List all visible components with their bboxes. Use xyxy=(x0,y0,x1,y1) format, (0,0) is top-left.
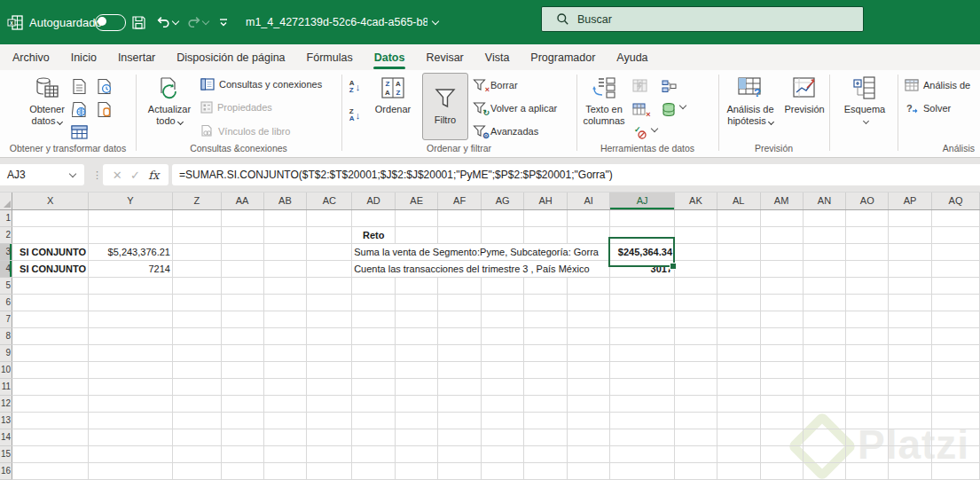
row-header-8[interactable]: 8 xyxy=(0,327,12,344)
cell-AG16[interactable] xyxy=(482,462,524,479)
tab-revisar[interactable]: Revisar xyxy=(415,44,474,70)
cell-AE13[interactable] xyxy=(396,412,438,429)
cell-AE6[interactable] xyxy=(396,294,438,311)
recent-sources-button[interactable] xyxy=(94,76,114,96)
cell-AF6[interactable] xyxy=(438,294,482,311)
cell-AM1[interactable] xyxy=(760,209,803,226)
cell-Z3[interactable] xyxy=(172,243,221,260)
cell-AJ9[interactable] xyxy=(610,344,675,361)
from-database-button[interactable] xyxy=(94,99,114,119)
cell-X1[interactable] xyxy=(12,209,89,226)
col-header-AL[interactable]: AL xyxy=(717,193,760,209)
cell-AN7[interactable] xyxy=(803,311,846,327)
cell-AQ4[interactable] xyxy=(932,260,980,277)
row-header-7[interactable]: 7 xyxy=(0,311,12,327)
cancel-icon[interactable]: ✕ xyxy=(113,169,122,182)
cell-AQ8[interactable] xyxy=(932,327,980,344)
cell-AQ2[interactable] xyxy=(932,226,980,243)
cell-AJ3[interactable]: $245,364.34 xyxy=(610,243,675,260)
cell-AE15[interactable] xyxy=(396,445,438,462)
cell-AK8[interactable] xyxy=(675,327,717,344)
sort-az-button[interactable]: AZ↓ xyxy=(345,77,365,97)
cell-AA9[interactable] xyxy=(221,344,263,361)
cell-AA1[interactable] xyxy=(221,209,263,226)
cell-AQ15[interactable] xyxy=(932,445,980,462)
cell-X5[interactable] xyxy=(12,277,89,294)
cell-AH5[interactable] xyxy=(524,277,568,294)
cell-AD16[interactable] xyxy=(352,462,396,479)
cell-AB15[interactable] xyxy=(263,445,307,462)
cell-AK7[interactable] xyxy=(675,311,717,327)
cell-AD10[interactable] xyxy=(352,361,396,378)
cell-AA10[interactable] xyxy=(221,361,263,378)
cell-AB3[interactable] xyxy=(263,243,307,260)
cell-AJ14[interactable] xyxy=(610,429,675,445)
cell-AD6[interactable] xyxy=(352,294,396,311)
col-header-AF[interactable]: AF xyxy=(438,193,482,209)
row-header-15[interactable]: 15 xyxy=(0,445,12,462)
cell-AM10[interactable] xyxy=(760,361,803,378)
cell-AD7[interactable] xyxy=(352,311,396,327)
cell-AN2[interactable] xyxy=(803,226,846,243)
cell-AO3[interactable] xyxy=(846,243,889,260)
cell-AK12[interactable] xyxy=(675,395,717,412)
col-header-Z[interactable]: Z xyxy=(172,193,221,209)
cell-AL4[interactable] xyxy=(717,260,760,277)
cell-AP13[interactable] xyxy=(889,412,932,429)
cell-AF8[interactable] xyxy=(438,327,482,344)
tab-programador[interactable]: Programador xyxy=(520,44,606,70)
cell-Y1[interactable] xyxy=(89,209,173,226)
cell-AC4[interactable] xyxy=(307,260,352,277)
cell-AO14[interactable] xyxy=(846,429,889,445)
cell-AK13[interactable] xyxy=(675,412,717,429)
cell-AL16[interactable] xyxy=(717,462,760,479)
cell-AG14[interactable] xyxy=(482,429,524,445)
from-text-button[interactable] xyxy=(69,76,89,96)
advanced-filter-button[interactable]: ⚙ Avanzadas xyxy=(473,124,538,138)
formula-bar-splitter[interactable]: ⋮ xyxy=(92,164,103,185)
cell-AG1[interactable] xyxy=(482,209,524,226)
cell-AA8[interactable] xyxy=(221,327,263,344)
cell-AB14[interactable] xyxy=(263,429,307,445)
cell-AL2[interactable] xyxy=(717,226,760,243)
cell-AF14[interactable] xyxy=(438,429,482,445)
cell-AI6[interactable] xyxy=(568,294,610,311)
cell-AC1[interactable] xyxy=(307,209,352,226)
cell-AJ4[interactable]: 3017 xyxy=(610,260,675,277)
cell-AJ15[interactable] xyxy=(610,445,675,462)
cell-AF1[interactable] xyxy=(438,209,482,226)
cell-AP2[interactable] xyxy=(889,226,932,243)
cell-AP15[interactable] xyxy=(889,445,932,462)
cell-AB2[interactable] xyxy=(263,226,307,243)
cell-AN4[interactable] xyxy=(803,260,846,277)
cell-AI7[interactable] xyxy=(568,311,610,327)
cell-AN3[interactable] xyxy=(803,243,846,260)
cell-AB12[interactable] xyxy=(263,395,307,412)
cell-AQ9[interactable] xyxy=(932,344,980,361)
cell-AN15[interactable] xyxy=(803,445,846,462)
tab-ayuda[interactable]: Ayuda xyxy=(606,44,658,70)
cell-AL7[interactable] xyxy=(717,311,760,327)
col-header-AJ[interactable]: AJ xyxy=(610,193,675,209)
flash-fill-button[interactable] xyxy=(630,76,649,96)
row-header-10[interactable]: 10 xyxy=(0,361,12,378)
cell-AM5[interactable] xyxy=(760,277,803,294)
col-header-AQ[interactable]: AQ xyxy=(932,193,980,209)
cell-Y7[interactable] xyxy=(89,311,173,327)
cell-AP4[interactable] xyxy=(889,260,932,277)
cell-AL12[interactable] xyxy=(717,395,760,412)
cell-AI13[interactable] xyxy=(568,412,610,429)
cell-AE12[interactable] xyxy=(396,395,438,412)
cell-AC7[interactable] xyxy=(307,311,352,327)
cell-AG13[interactable] xyxy=(482,412,524,429)
cell-AE14[interactable] xyxy=(396,429,438,445)
cell-X14[interactable] xyxy=(12,429,89,445)
col-header-AE[interactable]: AE xyxy=(396,193,438,209)
cell-AN1[interactable] xyxy=(803,209,846,226)
cell-AI11[interactable] xyxy=(568,378,610,395)
cell-AH9[interactable] xyxy=(524,344,568,361)
cell-AF10[interactable] xyxy=(438,361,482,378)
cell-AO12[interactable] xyxy=(846,395,889,412)
tab-vista[interactable]: Vista xyxy=(474,44,521,70)
cell-AK16[interactable] xyxy=(675,462,717,479)
